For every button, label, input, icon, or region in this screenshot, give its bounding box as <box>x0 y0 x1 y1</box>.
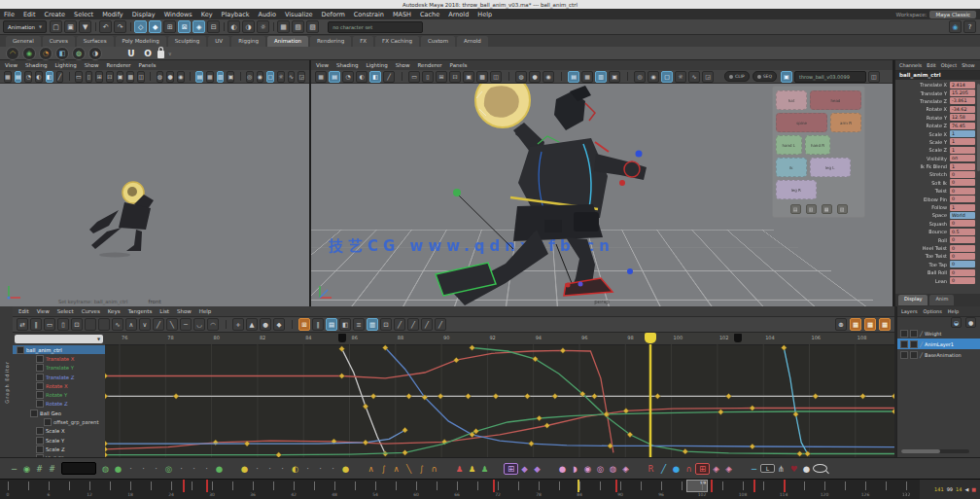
viewport-tool-icon[interactable]: ∿ <box>688 71 700 83</box>
outliner-channel-row[interactable]: Rotate X <box>13 381 105 390</box>
outliner-channel-row[interactable]: Translate X <box>13 354 105 363</box>
channel-value-field[interactable]: 0 <box>950 179 975 186</box>
channel-value-field[interactable]: 2.414 <box>950 82 975 89</box>
viewport-tool-icon[interactable]: ⊡ <box>106 71 114 83</box>
viewport-tool-icon[interactable]: ◉ <box>648 71 659 83</box>
viewport-tool-icon[interactable] <box>148 72 154 82</box>
playback-option-icon[interactable]: ♟ <box>453 464 466 474</box>
anim-layer-row[interactable]: ╱ AnimLayer1 <box>897 339 980 349</box>
viewport-menu-item[interactable]: Panels <box>139 62 157 68</box>
graph-editor-menu-item[interactable]: List <box>159 308 169 314</box>
anim-layer-row[interactable]: ╱ Weight <box>897 328 980 339</box>
playback-option-icon[interactable]: ◆ <box>531 464 543 474</box>
viewport-camera-field[interactable]: throw_ball_v03.0099 <box>794 71 866 83</box>
graph-tool-icon[interactable]: ● <box>260 318 271 331</box>
menu-item[interactable]: Visualize <box>285 11 313 18</box>
viewport-menu-item[interactable]: Shading <box>336 62 358 68</box>
graph-tool-icon[interactable]: ◡ <box>193 318 205 331</box>
anim-layer-row[interactable]: ╱ BaseAnimation <box>897 349 980 360</box>
menu-item[interactable]: Playback <box>221 11 249 18</box>
playback-option-icon[interactable]: ● <box>238 464 251 474</box>
playback-option-icon[interactable] <box>61 462 96 475</box>
keyframe-tick[interactable] <box>753 480 755 492</box>
status-icon[interactable]: ◆ <box>149 20 161 33</box>
layer-lock-icon[interactable] <box>910 340 918 348</box>
outliner-channel-row[interactable]: Scale Z <box>13 445 105 453</box>
viewport-tool-icon[interactable]: ▣ <box>227 71 234 83</box>
status-icon[interactable]: ⊟ <box>207 20 220 33</box>
menu-item[interactable]: Create <box>44 11 65 18</box>
menu-item[interactable]: Deform <box>322 11 345 18</box>
shelf-tab[interactable]: Arnold <box>457 36 488 47</box>
camera-sequencer-icon[interactable]: ▣ <box>781 71 792 83</box>
channel-box-menu[interactable]: Object <box>941 62 957 68</box>
playback-option-icon[interactable]: ╱ <box>657 464 670 474</box>
graph-editor-menu-item[interactable]: Help <box>199 308 212 314</box>
status-icon[interactable]: ◇ <box>134 20 147 33</box>
graph-tool-icon[interactable]: ▦ <box>850 318 861 331</box>
graph-tool-icon[interactable]: ╱ <box>421 318 433 331</box>
status-icon[interactable]: ▢ <box>50 20 62 33</box>
graph-tool-icon[interactable]: ▤ <box>326 318 337 331</box>
outliner-channel-row[interactable]: ball_anim_ctrl <box>13 345 105 354</box>
outliner-channel-row[interactable]: Scale X <box>13 427 105 436</box>
playback-option-icon[interactable]: ◐ <box>289 464 301 474</box>
character-set-field[interactable]: no character set <box>328 21 423 33</box>
shelf-tab[interactable]: Curves <box>43 36 75 47</box>
channel-value-field[interactable]: 76.45 <box>950 123 975 129</box>
playback-option-icon[interactable]: ● <box>556 464 569 474</box>
viewport-tool-icon[interactable]: ▩ <box>476 71 488 83</box>
playback-option-icon[interactable]: ♥ <box>788 464 800 474</box>
picker-button[interactable]: hand L <box>776 135 802 155</box>
shelf-tool-icon[interactable]: ◠ <box>6 47 19 60</box>
viewport-tool-icon[interactable]: ▦ <box>206 71 214 83</box>
shelf-tab[interactable]: Sculpting <box>168 36 207 47</box>
viewport-tool-icon[interactable]: ◍ <box>515 71 527 83</box>
playback-option-icon[interactable]: ● <box>339 464 352 474</box>
graph-tool-icon[interactable]: ╲ <box>166 318 178 331</box>
channel-value-field[interactable]: 0 <box>950 253 975 260</box>
shelf-tab[interactable]: Rigging <box>231 36 265 47</box>
ball-control[interactable] <box>475 84 530 127</box>
playback-option-icon[interactable]: · <box>301 464 314 474</box>
viewport-menu-item[interactable]: Show <box>85 62 99 68</box>
playback-option-icon[interactable]: ╲ <box>402 464 415 474</box>
shelf-tab[interactable]: Animation <box>267 36 308 47</box>
time-slider-scrubber[interactable]: 99 <box>686 480 708 492</box>
graph-tool-icon[interactable]: + <box>232 318 244 331</box>
channel-value-field[interactable]: 1 <box>950 130 975 137</box>
outliner-channel-row[interactable]: Rotate Z <box>13 400 105 409</box>
viewport-tool-icon[interactable]: ⊞ <box>95 71 103 83</box>
menu-item[interactable]: Constrain <box>354 11 384 18</box>
channel-value-field[interactable]: 0 <box>950 220 975 227</box>
menu-item[interactable]: Display <box>132 11 156 18</box>
graph-tool-icon[interactable]: ▦ <box>864 318 876 331</box>
layer-tool-icon[interactable]: ● <box>965 317 976 328</box>
status-icon[interactable]: ↷ <box>114 20 126 33</box>
viewport-tool-icon[interactable]: ⊡ <box>449 71 461 83</box>
channel-value-field[interactable]: 1 <box>950 147 975 154</box>
picker-button[interactable]: hand R <box>805 135 831 155</box>
playback-option-icon[interactable]: ♟ <box>466 464 478 474</box>
viewport-tool-icon[interactable]: ◲ <box>702 71 714 83</box>
channel-value-field[interactable]: 1 <box>950 204 975 211</box>
viewport-tool-icon[interactable]: ▭ <box>75 71 83 83</box>
graph-tool-icon[interactable]: ╱ <box>435 318 446 331</box>
viewport-tool-icon[interactable]: ▣ <box>117 71 124 83</box>
outliner-channel-row[interactable]: Rotate Y <box>13 390 105 399</box>
graph-tool-icon[interactable] <box>98 318 110 331</box>
main-viewport-panel[interactable]: ViewShadingLightingShowRendererPanels ▦▤… <box>311 60 894 306</box>
keyframe-tick[interactable] <box>615 480 617 492</box>
viewport-tool-icon[interactable]: ▥ <box>217 71 225 83</box>
playback-option-icon[interactable]: ∧ <box>365 464 377 474</box>
channel-value-field[interactable]: 1 <box>950 138 975 145</box>
viewport-tool-icon[interactable]: ◉ <box>542 71 554 83</box>
menu-item[interactable]: Help <box>477 11 492 18</box>
right-foot-control[interactable] <box>564 268 633 296</box>
viewport-tool-icon[interactable]: ◧ <box>46 71 53 83</box>
viewport-tool-icon[interactable]: ◲ <box>298 71 305 83</box>
channel-value-field[interactable]: on <box>950 155 975 161</box>
shelf-tool-icon[interactable]: ◔ <box>39 47 52 60</box>
shelf-tab[interactable]: UV <box>208 36 229 47</box>
picker-button[interactable]: leg R <box>776 180 817 199</box>
